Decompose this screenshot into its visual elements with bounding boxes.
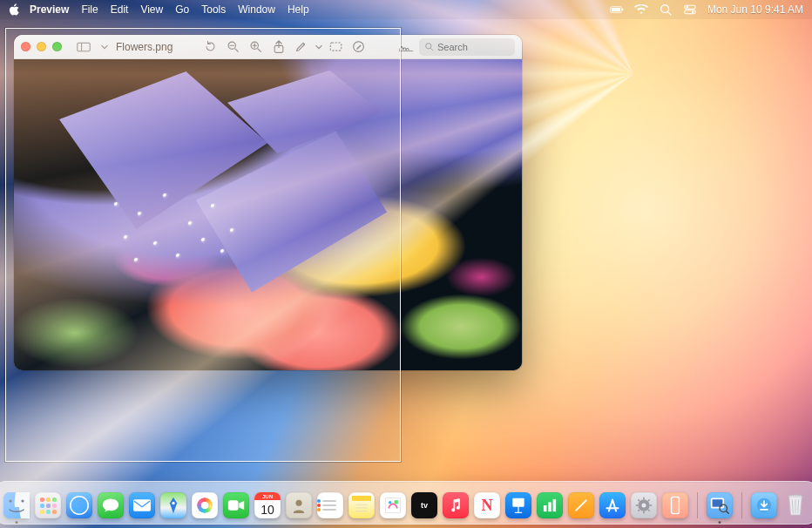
svg-line-17 [258, 49, 261, 51]
svg-point-8 [692, 10, 694, 12]
dock-app-pages[interactable] [568, 492, 594, 518]
sidebar-toggle-icon[interactable] [74, 39, 93, 55]
dock-app-iphone-mirroring[interactable] [662, 492, 688, 518]
menu-help[interactable]: Help [288, 3, 309, 16]
zoom-out-icon[interactable] [224, 39, 243, 55]
maps-icon [160, 492, 186, 518]
window-titlebar[interactable]: Flowers.png [14, 35, 522, 59]
wifi-icon[interactable] [634, 3, 648, 17]
menu-app-name[interactable]: Preview [30, 3, 69, 16]
zoom-in-icon[interactable] [247, 39, 266, 55]
zoom-button[interactable] [52, 42, 62, 51]
appstore-icon [599, 492, 626, 518]
trash-icon [782, 492, 809, 518]
dock-app-reminders[interactable]: .reminders-lines i:nth-child(1)::before{… [317, 492, 343, 518]
svg-rect-19 [330, 43, 342, 51]
share-icon[interactable] [269, 39, 288, 55]
contacts-icon [286, 492, 312, 518]
dock-app-appstore[interactable] [599, 492, 626, 518]
menu-go[interactable]: Go [175, 3, 189, 16]
svg-line-60 [638, 510, 639, 511]
highlight-menu-chevron-icon[interactable] [315, 39, 323, 55]
dock-app-launchpad[interactable] [35, 492, 61, 518]
dock-trash[interactable] [782, 492, 809, 518]
document-title: Flowers.png [116, 41, 173, 53]
facetime-icon [223, 492, 249, 518]
news-icon: N [474, 492, 500, 518]
highlight-icon[interactable] [292, 39, 311, 55]
menubar-datetime[interactable]: Mon Jun 10 9:41 AM [707, 3, 803, 16]
menu-tools[interactable]: Tools [201, 3, 226, 16]
numbers-icon [537, 492, 563, 518]
control-center-icon[interactable] [683, 3, 697, 17]
toolbar-center-group [201, 39, 369, 55]
svg-point-26 [21, 499, 24, 502]
mail-icon [129, 492, 155, 518]
svg-point-37 [295, 500, 301, 506]
dock-app-preview[interactable] [707, 492, 733, 518]
svg-line-58 [648, 510, 650, 511]
menu-file[interactable]: File [81, 3, 98, 16]
launchpad-icon [35, 492, 61, 518]
image-viewport[interactable] [14, 59, 522, 370]
dock-app-photos[interactable] [192, 492, 218, 518]
dock-app-calendar[interactable]: JUN 10 [254, 492, 281, 518]
dock-app-freeform[interactable] [380, 492, 406, 518]
pages-icon [568, 492, 594, 518]
dock-app-music[interactable] [443, 492, 469, 518]
dock-app-maps[interactable] [160, 492, 186, 518]
rotate-left-icon[interactable] [201, 39, 220, 55]
menu-window[interactable]: Window [238, 3, 275, 16]
calendar-month-label: JUN [254, 492, 281, 500]
menu-view[interactable]: View [140, 3, 163, 16]
spotlight-icon[interactable] [659, 3, 673, 17]
menubar: Preview File Edit View Go Tools Window H… [0, 0, 812, 19]
svg-rect-9 [78, 43, 90, 51]
traffic-lights [21, 42, 62, 51]
search-input[interactable] [437, 42, 507, 52]
dock-app-notes[interactable] [348, 492, 375, 518]
dock-container: JUN 10 .reminders-lines i:nth-child(1)::… [0, 481, 812, 525]
dock-separator [697, 492, 698, 518]
running-indicator [16, 521, 18, 524]
toolbar-right-group [396, 38, 515, 56]
battery-icon[interactable] [610, 3, 624, 17]
menu-edit[interactable]: Edit [111, 3, 129, 16]
app-menus: Preview File Edit View Go Tools Window H… [30, 3, 309, 16]
minimize-button[interactable] [37, 42, 46, 51]
close-button[interactable] [21, 42, 30, 51]
dock-app-numbers[interactable] [537, 492, 563, 518]
notes-icon [348, 492, 375, 518]
dock-app-settings[interactable] [631, 492, 657, 518]
keynote-icon [505, 492, 531, 518]
apple-menu-icon[interactable] [9, 3, 21, 16]
toolbar-search[interactable] [419, 38, 515, 56]
dock-app-keynote[interactable] [505, 492, 531, 518]
messages-icon [98, 492, 124, 518]
preview-window[interactable]: Flowers.png [14, 35, 522, 370]
dock-app-tv[interactable]: tv [411, 492, 437, 518]
dock-app-news[interactable]: N [474, 492, 500, 518]
dock-app-safari[interactable] [66, 492, 92, 518]
signature-icon[interactable] [396, 39, 416, 55]
dock-downloads-stack[interactable] [751, 492, 777, 518]
freeform-icon [380, 492, 406, 518]
sidebar-menu-chevron-icon[interactable] [100, 39, 109, 55]
dock-app-finder[interactable] [3, 492, 30, 518]
downloads-icon [751, 492, 777, 518]
svg-rect-36 [228, 500, 239, 511]
svg-rect-38 [352, 496, 371, 501]
photos-icon [192, 492, 218, 518]
svg-line-13 [235, 49, 238, 51]
markup-icon[interactable] [349, 39, 369, 55]
svg-point-43 [389, 501, 391, 504]
dock-app-messages[interactable] [98, 492, 124, 518]
rectangle-selection-icon[interactable] [327, 39, 346, 55]
dock-app-facetime[interactable] [223, 492, 249, 518]
dock-app-mail[interactable] [129, 492, 155, 518]
menubar-status-area: Mon Jun 10 9:41 AM [610, 3, 803, 17]
preview-icon [707, 492, 733, 518]
dock-app-contacts[interactable] [286, 492, 312, 518]
iphone-icon [662, 492, 688, 518]
calendar-day-number: 10 [254, 500, 281, 518]
